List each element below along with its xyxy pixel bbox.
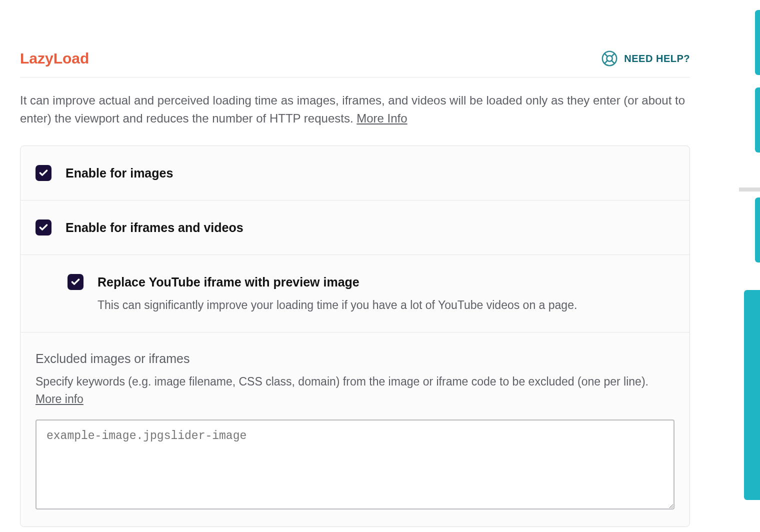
section-header: LazyLoad NEED HELP? bbox=[20, 0, 690, 78]
more-info-link[interactable]: More Info bbox=[356, 112, 407, 125]
option-replace-youtube: Replace YouTube iframe with preview imag… bbox=[20, 255, 690, 332]
checkbox-replace-youtube[interactable] bbox=[68, 274, 84, 290]
side-tab-divider bbox=[739, 188, 760, 192]
side-tab-2[interactable] bbox=[755, 88, 760, 152]
section-title: LazyLoad bbox=[20, 50, 89, 67]
options-box: Enable for images Enable for iframes and… bbox=[20, 146, 690, 527]
excluded-textarea[interactable] bbox=[36, 420, 674, 510]
option-desc-replace-youtube: This can significantly improve your load… bbox=[36, 290, 674, 313]
side-tab-1[interactable] bbox=[755, 10, 760, 75]
checkbox-enable-images[interactable] bbox=[36, 165, 52, 181]
svg-line-3 bbox=[612, 60, 614, 64]
check-icon bbox=[38, 168, 48, 178]
svg-line-4 bbox=[612, 54, 614, 56]
svg-line-2 bbox=[604, 54, 608, 56]
excluded-title: Excluded images or iframes bbox=[36, 352, 674, 366]
excluded-description: Specify keywords (e.g. image filename, C… bbox=[36, 373, 674, 408]
check-icon bbox=[38, 222, 48, 232]
section-description: It can improve actual and perceived load… bbox=[20, 78, 690, 146]
side-tab-4-active[interactable] bbox=[744, 290, 760, 500]
side-tabs bbox=[739, 0, 760, 532]
excluded-more-info-link[interactable]: More info bbox=[36, 392, 84, 406]
excluded-section: Excluded images or iframes Specify keywo… bbox=[20, 332, 690, 526]
need-help-link[interactable]: NEED HELP? bbox=[601, 50, 690, 67]
option-enable-images: Enable for images bbox=[20, 146, 690, 200]
side-tab-3[interactable] bbox=[755, 198, 760, 262]
svg-point-1 bbox=[607, 56, 612, 61]
option-label-replace-youtube: Replace YouTube iframe with preview imag… bbox=[98, 275, 360, 290]
option-enable-iframes: Enable for iframes and videos bbox=[20, 200, 690, 255]
check-icon bbox=[70, 277, 80, 287]
settings-panel: LazyLoad NEED HELP? It can improve actua… bbox=[0, 0, 710, 527]
checkbox-enable-iframes[interactable] bbox=[36, 220, 52, 236]
option-label-enable-iframes: Enable for iframes and videos bbox=[66, 220, 244, 235]
option-label-enable-images: Enable for images bbox=[66, 166, 173, 180]
svg-line-5 bbox=[604, 60, 608, 64]
lifebuoy-icon bbox=[601, 50, 618, 67]
need-help-label: NEED HELP? bbox=[624, 53, 690, 64]
